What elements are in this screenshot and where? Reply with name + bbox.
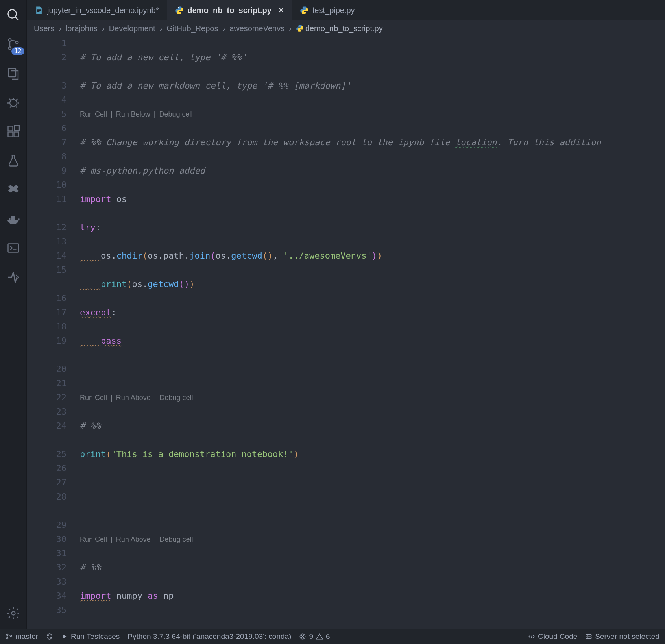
activity-bar: 12: [0, 0, 27, 629]
status-run-testcases[interactable]: Run Testcases: [61, 632, 120, 641]
code-content[interactable]: # To add a new cell, type '# %%' # To ad…: [80, 36, 665, 629]
svg-rect-4: [9, 68, 16, 77]
tab-label: jupyter_in_vscode_demo.ipynb*: [47, 6, 159, 15]
source-control-badge: 12: [11, 47, 24, 55]
tab-bar: jupyter_in_vscode_demo.ipynb* demo_nb_to…: [27, 0, 665, 20]
tab-label: test_pipe.py: [312, 6, 355, 15]
python-interpreter: Python 3.7.3 64-bit ('anaconda3-2019.03'…: [127, 632, 291, 641]
source-control-icon[interactable]: 12: [3, 34, 24, 54]
settings-gear-icon[interactable]: [3, 603, 24, 624]
breadcrumb-item[interactable]: Users: [34, 24, 54, 33]
breadcrumb-item[interactable]: awesomeVenvs: [229, 24, 284, 33]
test-icon[interactable]: [3, 150, 24, 171]
breadcrumb-item[interactable]: lorajohns: [66, 24, 98, 33]
svg-point-20: [10, 635, 11, 637]
chevron-right-icon: ›: [59, 24, 61, 33]
editor-main: jupyter_in_vscode_demo.ipynb* demo_nb_to…: [27, 0, 665, 629]
dropbox-icon[interactable]: [3, 180, 24, 200]
gitlens-icon[interactable]: [3, 267, 24, 287]
svg-point-16: [299, 26, 299, 26]
svg-point-11: [11, 612, 15, 615]
debug-icon[interactable]: [3, 92, 24, 113]
svg-point-14: [303, 7, 303, 8]
svg-point-24: [587, 635, 587, 635]
status-python[interactable]: Python 3.7.3 64-bit ('anaconda3-2019.03'…: [127, 632, 291, 641]
code-lens[interactable]: Run Cell | Run Below | Debug cell: [80, 107, 665, 121]
svg-point-3: [15, 41, 18, 44]
status-branch[interactable]: master: [6, 632, 38, 641]
error-count: 9: [309, 632, 313, 641]
code-comment: # ms-python.python added: [80, 166, 205, 176]
code-lens[interactable]: Run Cell | Run Above | Debug cell: [80, 390, 665, 405]
svg-point-25: [587, 638, 587, 638]
python-icon: [300, 6, 308, 15]
code-comment: # To add a new cell, type '# %%': [80, 52, 247, 62]
server-label: Server not selected: [595, 632, 659, 641]
breadcrumb-item[interactable]: GitHub_Repos: [166, 24, 218, 33]
svg-point-17: [301, 30, 301, 31]
search-icon[interactable]: [3, 5, 24, 25]
svg-point-1: [8, 39, 11, 41]
breadcrumb[interactable]: Users› lorajohns› Development› GitHub_Re…: [27, 20, 665, 36]
status-bar: master Run Testcases Python 3.7.3 64-bit…: [0, 629, 665, 644]
run-label: Run Testcases: [71, 632, 120, 641]
code-comment: # To add a new markdown cell, type '# %%…: [80, 81, 351, 91]
svg-point-18: [6, 634, 8, 635]
tab-label: demo_nb_to_script.py: [188, 6, 272, 15]
svg-rect-22: [586, 634, 592, 636]
extensions-icon[interactable]: [3, 121, 24, 142]
status-cloud-code[interactable]: Cloud Code: [528, 632, 577, 641]
status-problems[interactable]: 9 6: [299, 632, 330, 641]
explorer-icon[interactable]: [3, 63, 24, 83]
terminal-icon[interactable]: [3, 238, 24, 258]
svg-rect-10: [8, 244, 18, 252]
docker-icon[interactable]: [3, 209, 24, 229]
tab-jupyter[interactable]: jupyter_in_vscode_demo.ipynb*: [27, 0, 167, 20]
tab-demo-script[interactable]: demo_nb_to_script.py ×: [167, 0, 292, 20]
svg-rect-23: [586, 637, 592, 639]
chevron-right-icon: ›: [102, 24, 105, 33]
chevron-right-icon: ›: [289, 24, 292, 33]
tab-test-pipe[interactable]: test_pipe.py: [292, 0, 363, 20]
code-lens[interactable]: Run Cell | Run Above | Debug cell: [80, 532, 665, 546]
svg-rect-6: [8, 126, 13, 131]
line-numbers: 1234567891011121314151617181920212223242…: [27, 36, 80, 629]
editor[interactable]: 1234567891011121314151617181920212223242…: [27, 36, 665, 629]
svg-rect-7: [8, 132, 13, 137]
svg-point-2: [8, 47, 11, 50]
svg-point-12: [178, 7, 179, 8]
status-sync[interactable]: [46, 633, 53, 640]
notebook-icon: [35, 6, 43, 15]
svg-point-13: [180, 13, 181, 13]
python-icon: [175, 6, 184, 15]
svg-point-0: [8, 10, 16, 18]
close-icon[interactable]: ×: [279, 5, 284, 15]
warning-count: 6: [326, 632, 330, 641]
python-icon: [296, 24, 304, 32]
svg-point-19: [6, 637, 8, 639]
breadcrumb-item[interactable]: Development: [109, 24, 155, 33]
status-server[interactable]: Server not selected: [585, 632, 659, 641]
svg-rect-9: [15, 126, 19, 130]
svg-point-5: [10, 100, 17, 107]
cloud-code-label: Cloud Code: [538, 632, 577, 641]
breadcrumb-file[interactable]: demo_nb_to_script.py: [305, 24, 383, 33]
svg-point-15: [305, 13, 306, 13]
chevron-right-icon: ›: [160, 24, 163, 33]
branch-name: master: [15, 632, 38, 641]
svg-rect-8: [14, 132, 18, 137]
chevron-right-icon: ›: [222, 24, 225, 33]
